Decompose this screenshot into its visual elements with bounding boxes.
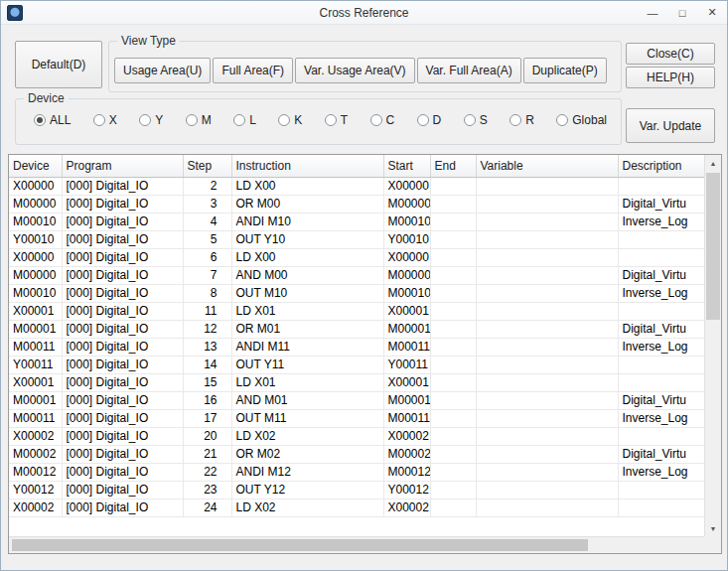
table-row[interactable]: M00001[000] Digital_IO16AND M01M00001Dig… bbox=[9, 391, 706, 409]
minimize-icon[interactable]: — bbox=[638, 1, 667, 24]
column-header-variable[interactable]: Variable bbox=[476, 155, 618, 177]
table-row[interactable]: M00010[000] Digital_IO4ANDI M10M00010Inv… bbox=[9, 213, 706, 230]
cross-reference-window: Cross Reference — □ ✕ Default(D) View Ty… bbox=[0, 0, 728, 571]
cell-step: 6 bbox=[183, 248, 231, 266]
vertical-scroll-thumb[interactable] bbox=[706, 173, 720, 320]
radio-icon bbox=[417, 114, 429, 126]
cell-instruction: ANDI M10 bbox=[231, 213, 383, 230]
view-type-button-duplicate-p[interactable]: Duplicate(P) bbox=[523, 58, 607, 83]
table-row[interactable]: M00011[000] Digital_IO17OUT M11M00011Inv… bbox=[9, 409, 706, 427]
table-row[interactable]: X00002[000] Digital_IO24LD X02X00002 bbox=[9, 499, 706, 516]
help-button[interactable]: HELP(H) bbox=[626, 67, 715, 88]
cell-program: [000] Digital_IO bbox=[62, 481, 183, 499]
device-radio-label: Global bbox=[572, 113, 607, 127]
scroll-up-icon[interactable]: ▲ bbox=[705, 155, 721, 171]
device-radio-d[interactable]: D bbox=[417, 113, 442, 127]
cell-program: [000] Digital_IO bbox=[62, 248, 183, 266]
view-type-button-var-full-area-a[interactable]: Var. Full Area(A) bbox=[417, 58, 521, 83]
table-row[interactable]: Y00011[000] Digital_IO14OUT Y11Y00011 bbox=[9, 356, 706, 373]
table-row[interactable]: M00010[000] Digital_IO8OUT M10M00010Inve… bbox=[9, 284, 706, 302]
cell-description: Digital_Virtu bbox=[618, 445, 706, 463]
column-header-step[interactable]: Step bbox=[183, 155, 231, 177]
table-row[interactable]: M00002[000] Digital_IO21OR M02M00002Digi… bbox=[9, 445, 706, 463]
device-radio-l[interactable]: L bbox=[233, 113, 256, 127]
cell-program: [000] Digital_IO bbox=[62, 409, 183, 427]
cell-start: M00001 bbox=[383, 391, 430, 409]
window-title: Cross Reference bbox=[1, 6, 727, 20]
cell-device: X00001 bbox=[9, 373, 62, 391]
app-icon bbox=[7, 5, 23, 21]
column-header-end[interactable]: End bbox=[430, 155, 476, 177]
device-radio-m[interactable]: M bbox=[186, 113, 212, 127]
cell-instruction: LD X00 bbox=[231, 248, 383, 266]
cell-description bbox=[618, 230, 706, 248]
column-header-description[interactable]: Description bbox=[618, 155, 706, 177]
var-update-button[interactable]: Var. Update bbox=[626, 108, 715, 143]
cell-step: 15 bbox=[183, 373, 231, 391]
cell-start: M00001 bbox=[383, 320, 430, 338]
view-type-button-usage-area-u[interactable]: Usage Area(U) bbox=[114, 58, 211, 83]
default-button[interactable]: Default(D) bbox=[15, 41, 102, 88]
column-header-device[interactable]: Device bbox=[9, 155, 62, 177]
close-button[interactable]: Close(C) bbox=[626, 43, 715, 65]
radio-icon bbox=[556, 114, 568, 126]
column-header-instruction[interactable]: Instruction bbox=[231, 155, 383, 177]
cell-device: Y00010 bbox=[9, 230, 62, 248]
cell-end bbox=[430, 320, 476, 338]
cell-end bbox=[430, 356, 476, 373]
maximize-icon[interactable]: □ bbox=[667, 1, 697, 24]
table-row[interactable]: Y00010[000] Digital_IO5OUT Y10Y00010 bbox=[9, 230, 706, 248]
radio-icon bbox=[93, 114, 105, 126]
cell-device: X00000 bbox=[9, 177, 62, 195]
table-row[interactable]: Y00012[000] Digital_IO23OUT Y12Y00012 bbox=[9, 481, 706, 499]
table-row[interactable]: M00000[000] Digital_IO7AND M00M00000Digi… bbox=[9, 266, 706, 284]
cell-instruction: LD X02 bbox=[231, 427, 383, 445]
cell-description bbox=[618, 177, 706, 195]
device-radio-k[interactable]: K bbox=[278, 113, 302, 127]
table-row[interactable]: X00001[000] Digital_IO15LD X01X00001 bbox=[9, 373, 706, 391]
device-radio-s[interactable]: S bbox=[464, 113, 488, 127]
view-type-button-full-area-f[interactable]: Full Area(F) bbox=[213, 58, 293, 83]
device-radio-c[interactable]: C bbox=[370, 113, 395, 127]
device-radio-global[interactable]: Global bbox=[556, 113, 607, 127]
cell-instruction: OUT Y10 bbox=[231, 230, 383, 248]
column-header-start[interactable]: Start bbox=[383, 155, 430, 177]
cell-step: 12 bbox=[183, 320, 231, 338]
table-row[interactable]: X00001[000] Digital_IO11LD X01X00001 bbox=[9, 302, 706, 320]
view-type-button-var-usage-area-v[interactable]: Var. Usage Area(V) bbox=[295, 58, 415, 83]
column-header-program[interactable]: Program bbox=[62, 155, 183, 177]
cell-program: [000] Digital_IO bbox=[62, 499, 183, 516]
table-row[interactable]: M00011[000] Digital_IO13ANDI M11M00011In… bbox=[9, 338, 706, 356]
device-radio-label: ALL bbox=[50, 113, 71, 127]
cell-variable bbox=[476, 302, 618, 320]
cell-instruction: ANDI M12 bbox=[231, 463, 383, 481]
cell-instruction: LD X02 bbox=[231, 499, 383, 516]
device-radio-r[interactable]: R bbox=[510, 113, 534, 127]
cell-step: 5 bbox=[183, 230, 231, 248]
cell-start: M00000 bbox=[383, 266, 430, 284]
device-radio-t[interactable]: T bbox=[325, 113, 348, 127]
close-icon[interactable]: ✕ bbox=[697, 1, 727, 24]
device-radio-y[interactable]: Y bbox=[139, 113, 163, 127]
cell-instruction: OUT Y12 bbox=[231, 481, 383, 499]
cell-start: X00001 bbox=[383, 302, 430, 320]
device-options: ALLXYMLKTCDSRGlobal bbox=[34, 113, 607, 127]
scroll-down-icon[interactable]: ▼ bbox=[705, 520, 721, 536]
vertical-scrollbar[interactable]: ▲ ▼ bbox=[704, 155, 721, 536]
cell-step: 3 bbox=[183, 195, 231, 213]
device-radio-all[interactable]: ALL bbox=[34, 113, 71, 127]
cell-step: 11 bbox=[183, 302, 231, 320]
device-radio-x[interactable]: X bbox=[93, 113, 117, 127]
titlebar[interactable]: Cross Reference — □ ✕ bbox=[1, 1, 727, 25]
table-row[interactable]: X00000[000] Digital_IO2LD X00X00000 bbox=[9, 177, 706, 195]
horizontal-scrollbar[interactable] bbox=[9, 536, 721, 553]
cell-end bbox=[430, 338, 476, 356]
table-row[interactable]: M00012[000] Digital_IO22ANDI M12M00012In… bbox=[9, 463, 706, 481]
table-row[interactable]: X00002[000] Digital_IO20LD X02X00002 bbox=[9, 427, 706, 445]
table-row[interactable]: M00000[000] Digital_IO3OR M00M00000Digit… bbox=[9, 195, 706, 213]
horizontal-scroll-thumb[interactable] bbox=[12, 539, 588, 551]
table-row[interactable]: X00000[000] Digital_IO6LD X00X00000 bbox=[9, 248, 706, 266]
table-row[interactable]: M00001[000] Digital_IO12OR M01M00001Digi… bbox=[9, 320, 706, 338]
cell-device: X00000 bbox=[9, 248, 62, 266]
cell-device: M00010 bbox=[9, 213, 62, 230]
